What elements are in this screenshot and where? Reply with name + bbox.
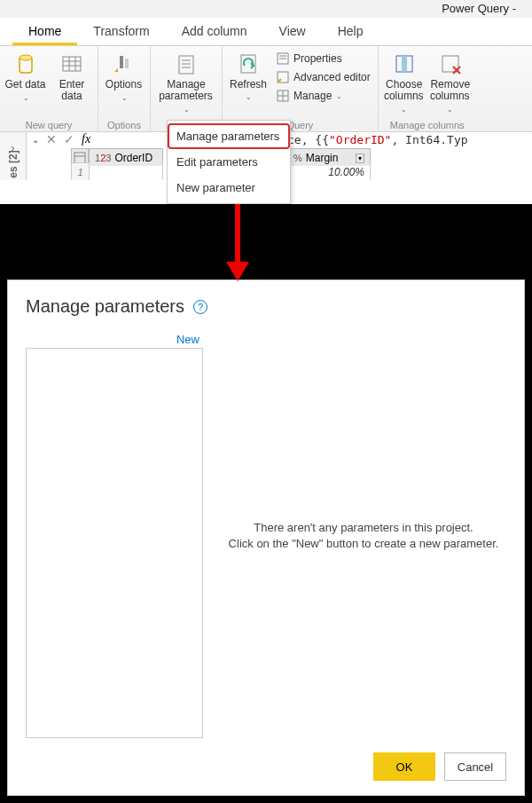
svg-rect-7 <box>120 56 123 68</box>
get-data-button[interactable]: Get data ⌄ <box>4 49 48 106</box>
svg-rect-9 <box>179 56 193 74</box>
editor-icon <box>276 70 290 84</box>
database-icon <box>12 51 39 77</box>
dropdown-icon[interactable]: ▾ <box>356 154 364 163</box>
svg-rect-22 <box>402 56 407 72</box>
app-title: Power Query - <box>0 0 532 18</box>
chevron-down-icon: ⌄ <box>32 135 39 145</box>
group-manage-columns: Manage columns <box>382 120 473 131</box>
manage-button[interactable]: Manage ⌄ <box>274 88 372 104</box>
menu-new-parameter[interactable]: New parameter <box>168 175 290 201</box>
tab-add-column[interactable]: Add column <box>166 18 263 45</box>
advanced-editor-button[interactable]: Advanced editor <box>274 69 372 85</box>
cancel-button[interactable]: Cancel <box>444 752 506 781</box>
tab-transform[interactable]: Transform <box>77 18 165 45</box>
queries-pane-collapsed[interactable]: › es [2] <box>0 132 27 180</box>
svg-point-1 <box>20 55 32 60</box>
fx-icon: fx <box>82 132 90 146</box>
options-icon <box>111 51 137 77</box>
refresh-icon <box>235 51 262 77</box>
empty-state-message: There aren't any parameters in this proj… <box>221 333 506 738</box>
help-icon[interactable]: ? <box>193 300 207 314</box>
table-icon <box>59 51 85 77</box>
group-new-query: New query <box>4 120 94 131</box>
manage-parameters-dropdown: Manage parameters Edit parameters New pa… <box>167 120 291 204</box>
parameter-list[interactable] <box>26 348 203 738</box>
remove-columns-icon <box>437 51 464 77</box>
manage-parameters-button[interactable]: Manage parameters ⌄ <box>154 49 218 117</box>
dialog-title: Manage parameters <box>26 296 184 317</box>
tab-view[interactable]: View <box>263 18 322 45</box>
refresh-button[interactable]: Refresh⌄ <box>226 49 270 105</box>
svg-rect-2 <box>63 57 81 71</box>
grid-icon <box>276 89 290 103</box>
properties-button[interactable]: Properties <box>274 51 372 67</box>
cancel-icon[interactable]: ✕ <box>46 132 57 146</box>
tab-help[interactable]: Help <box>322 18 379 45</box>
remove-columns-button[interactable]: Remove columns ⌄ <box>428 49 473 117</box>
tab-home[interactable]: Home <box>12 18 77 45</box>
svg-rect-8 <box>125 59 129 68</box>
confirm-icon[interactable]: ✓ <box>64 132 74 146</box>
cell-orderid-1[interactable] <box>89 162 163 180</box>
row-number: 1 <box>71 162 89 180</box>
ok-button[interactable]: OK <box>373 752 435 781</box>
choose-columns-button[interactable]: Choose columns ⌄ <box>382 49 426 117</box>
new-parameter-link[interactable]: New <box>26 333 203 348</box>
group-options: Options <box>102 120 146 131</box>
menu-edit-parameters[interactable]: Edit parameters <box>168 149 290 175</box>
arrow-annotation <box>235 204 249 281</box>
parameters-icon <box>173 51 200 77</box>
options-button[interactable]: Options ⌄ <box>102 49 146 106</box>
properties-icon <box>276 51 290 66</box>
enter-data-button[interactable]: Enter data <box>50 49 94 104</box>
choose-columns-icon <box>391 51 418 77</box>
menu-manage-parameters[interactable]: Manage parameters <box>168 123 290 149</box>
cell-margin-1[interactable]: 10.00% <box>287 162 371 180</box>
